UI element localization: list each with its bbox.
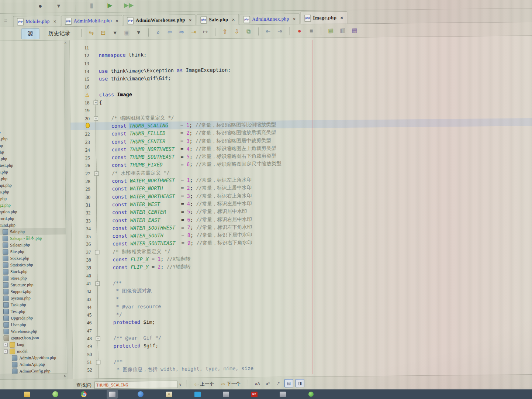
- sidebar-item-Statistics.php[interactable]: Statistics.php: [0, 261, 66, 268]
- tab-AdminAnnex.php[interactable]: phpAdminAnnex.php×: [239, 13, 300, 25]
- highlight-all-button[interactable]: ▤: [284, 379, 293, 387]
- dropdown-icon[interactable]: ▾: [134, 28, 143, 37]
- sidebar-item-eltest.php[interactable]: eltest.php: [0, 161, 65, 169]
- line-number[interactable]: 46: [72, 319, 94, 327]
- line-number[interactable]: 22: [70, 130, 93, 138]
- sidebar-item-Sale.php[interactable]: Sale.php: [0, 228, 66, 235]
- tool-icon[interactable]: ▮: [87, 2, 96, 11]
- sidebar-item-Task.php[interactable]: Task.php: [0, 301, 66, 308]
- move-down-icon[interactable]: ⇩: [232, 27, 241, 36]
- close-icon[interactable]: ×: [189, 17, 192, 23]
- browser-icon[interactable]: [78, 390, 89, 399]
- line-number[interactable]: 18: [70, 99, 92, 107]
- sidebar-item-model[interactable]: -model: [0, 347, 67, 355]
- sidebar-item-se.php[interactable]: se.php: [0, 135, 65, 142]
- sidebar-item-.php[interactable]: .php: [0, 148, 65, 155]
- whole-word-button[interactable]: a*: [264, 380, 272, 387]
- sidebar-item-p[interactable]: p: [0, 84, 64, 99]
- tab-Sale.php[interactable]: phpSale.php×: [196, 14, 239, 25]
- database-icon[interactable]: ▦: [350, 26, 359, 35]
- sphere-icon[interactable]: ●: [36, 3, 45, 12]
- sidebar-item-lang[interactable]: +lang: [0, 341, 67, 348]
- fold-collapse-icon[interactable]: −: [95, 281, 100, 286]
- line-number[interactable]: 24: [71, 146, 93, 154]
- find-input[interactable]: [94, 381, 177, 389]
- fold-collapse-icon[interactable]: −: [95, 250, 99, 254]
- match-case-button[interactable]: aA: [253, 380, 262, 387]
- sidebar-item-Site.php[interactable]: Site.php: [0, 248, 66, 255]
- stack-frames-icon[interactable]: ▤: [327, 26, 335, 35]
- line-number[interactable]: ⚠: [70, 91, 92, 99]
- tim-messenger-icon[interactable]: [192, 390, 203, 399]
- sidebar-item-Saleapi - 副本.php[interactable]: Saleapi - 副本.php: [0, 234, 66, 242]
- line-number[interactable]: 15: [70, 75, 92, 83]
- sidebar-item-Saleapi.php[interactable]: Saleapi.php: [0, 241, 66, 248]
- line-number[interactable]: 51: [73, 358, 95, 366]
- forward-icon[interactable]: ⇨: [177, 28, 186, 37]
- sidebar-item-p[interactable]: p: [0, 99, 65, 114]
- ide-cube-icon[interactable]: [107, 390, 118, 399]
- sidebar-item-el.php[interactable]: el.php: [0, 155, 65, 162]
- sidebar-item-q.php[interactable]: q.php: [0, 195, 65, 202]
- next-change-icon[interactable]: ⇥: [276, 27, 284, 36]
- console-icon[interactable]: ▥: [338, 26, 347, 35]
- line-number[interactable]: 19: [70, 107, 93, 115]
- find-next-button[interactable]: ⇨ 下一个: [219, 380, 243, 388]
- close-icon[interactable]: ×: [53, 18, 56, 24]
- line-number[interactable]: 38: [72, 256, 94, 264]
- line-number[interactable]: 16: [70, 83, 92, 91]
- find-previous-button[interactable]: ⇦ 上一个: [192, 380, 216, 388]
- line-number[interactable]: 37: [72, 248, 94, 256]
- code-editor[interactable]: 1112namespace think;1314use think\image\…: [70, 36, 532, 379]
- line-number[interactable]: 35: [72, 233, 94, 241]
- run-icon[interactable]: ▶: [106, 2, 114, 11]
- line-number[interactable]: 42: [72, 288, 94, 296]
- line-number[interactable]: 45: [72, 311, 94, 319]
- line-number[interactable]: [70, 122, 93, 130]
- sidebar-item-ns.php[interactable]: ns.php: [0, 168, 65, 175]
- line-number[interactable]: 39: [72, 264, 94, 272]
- copy-elements-icon[interactable]: ⧉: [244, 27, 253, 36]
- search-icon[interactable]: ⌕: [154, 28, 163, 37]
- sidebar-item-ics.php[interactable]: ics.php: [0, 188, 65, 195]
- sidebar-item-System.php[interactable]: System.php: [0, 294, 66, 302]
- sidebar-item-ct.php[interactable]: ct.php: [0, 175, 65, 182]
- line-number[interactable]: 13: [70, 59, 92, 68]
- fold-collapse-icon[interactable]: −: [94, 116, 98, 121]
- fold-collapse-icon[interactable]: −: [94, 100, 98, 105]
- sidebar-item-Structure.php[interactable]: Structure.php: [0, 281, 66, 288]
- expander-icon[interactable]: +: [4, 343, 8, 347]
- line-number[interactable]: 41: [72, 279, 94, 288]
- tab-AdminWarehouse.php[interactable]: phpAdminWarehouse.php×: [123, 14, 196, 26]
- line-number[interactable]: 48: [73, 334, 95, 343]
- collapse-all-icon[interactable]: ⊟: [99, 28, 108, 37]
- close-icon[interactable]: ×: [293, 16, 296, 22]
- sidebar-item-Test.php[interactable]: Test.php: [0, 307, 66, 315]
- incremental-search-button[interactable]: ◨: [296, 379, 304, 387]
- tab-overflow-icon[interactable]: ≡: [0, 18, 13, 27]
- line-number[interactable]: 31: [71, 201, 93, 209]
- line-number[interactable]: 49: [73, 343, 95, 351]
- sidebar-item-Store.php[interactable]: Store.php: [0, 274, 66, 282]
- filezilla-icon[interactable]: Fz: [249, 390, 260, 399]
- sidebar-item-emind.php[interactable]: emind.php: [0, 221, 66, 228]
- expander-icon[interactable]: -: [4, 349, 8, 353]
- line-number[interactable]: 30: [71, 193, 93, 201]
- tree-horizontal-scrollbar[interactable]: >: [0, 373, 68, 379]
- last-edit-location-icon[interactable]: ⇥: [189, 28, 198, 37]
- find-dropdown-icon[interactable]: ∨: [179, 382, 182, 386]
- tab-source[interactable]: 源: [21, 28, 39, 39]
- sidebar-item-User.php[interactable]: User.php: [0, 321, 66, 328]
- link-with-editor-icon[interactable]: ⇆: [87, 28, 96, 37]
- dropdown-icon[interactable]: ▾: [111, 28, 120, 37]
- go-to-line-icon[interactable]: ↦: [201, 27, 210, 36]
- line-number[interactable]: 52: [73, 366, 95, 374]
- sidebar-item-AdminAlgorithm.php[interactable]: AdminAlgorithm.php: [0, 354, 67, 361]
- line-number[interactable]: 33: [72, 217, 94, 225]
- sidebar-item-Socket.php[interactable]: Socket.php: [0, 254, 66, 262]
- previous-change-icon[interactable]: ⇤: [264, 27, 273, 36]
- notes-app-icon[interactable]: ≡: [163, 390, 175, 399]
- sidebar-item-php[interactable]: php: [0, 141, 65, 149]
- fold-collapse-icon[interactable]: −: [96, 336, 100, 341]
- line-number[interactable]: 11: [70, 44, 92, 52]
